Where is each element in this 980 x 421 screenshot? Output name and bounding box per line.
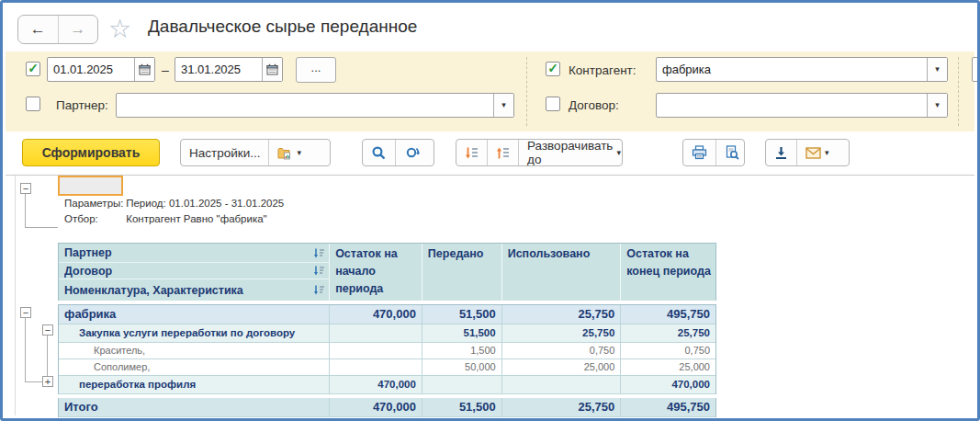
collapse-rows-icon bbox=[496, 146, 510, 160]
calendar-button[interactable] bbox=[134, 58, 154, 81]
dimension-header-nomenclature[interactable]: Номенклатура, Характеристика bbox=[59, 279, 329, 301]
print-preview-button[interactable] bbox=[715, 140, 745, 165]
row-value-cell[interactable]: 25,750 bbox=[620, 324, 715, 343]
period-more-button[interactable]: ... bbox=[296, 57, 336, 83]
forward-button[interactable]: → bbox=[58, 16, 98, 43]
row-value-cell[interactable]: 470,000 bbox=[329, 305, 422, 324]
tree-expander-header[interactable]: − bbox=[20, 183, 31, 194]
dimension-header-column: Партнер Договор Номенклатура, Характерис… bbox=[59, 244, 329, 301]
export-group: ▾ bbox=[765, 139, 850, 166]
row-value-cell[interactable]: 51,500 bbox=[422, 324, 501, 343]
row-value-cell[interactable]: 495,750 bbox=[620, 305, 715, 324]
tree-line bbox=[25, 318, 26, 381]
row-name-cell[interactable]: фабрика bbox=[59, 305, 329, 324]
calendar-button[interactable] bbox=[262, 58, 282, 81]
tree-expander-group1[interactable]: − bbox=[20, 307, 31, 318]
search-button[interactable] bbox=[363, 140, 395, 165]
tree-line bbox=[25, 194, 26, 227]
row-value-cell[interactable]: 470,000 bbox=[329, 376, 422, 394]
row-value-cell[interactable]: 495,750 bbox=[620, 398, 715, 417]
row-value-cell[interactable]: 0,750 bbox=[501, 343, 621, 359]
report-variants-button[interactable]: ▾ bbox=[268, 140, 310, 165]
row-value-cell[interactable] bbox=[501, 376, 621, 394]
row-value-cell[interactable]: 470,000 bbox=[329, 398, 422, 417]
row-name-cell[interactable]: Итого bbox=[59, 398, 329, 417]
clipped-field-stub bbox=[972, 57, 980, 82]
row-name-cell[interactable]: Сополимер, bbox=[59, 359, 329, 376]
row-value-cell[interactable] bbox=[329, 343, 422, 359]
expand-all-button[interactable] bbox=[456, 140, 487, 165]
row-value-cell[interactable]: 470,000 bbox=[620, 376, 715, 394]
row-value-cell[interactable]: 51,500 bbox=[422, 305, 501, 324]
back-button[interactable]: ← bbox=[18, 16, 58, 43]
table-row: переработка профиля470,000470,000 bbox=[59, 376, 715, 394]
row-value-cell[interactable]: 25,000 bbox=[620, 359, 715, 376]
selected-cell[interactable] bbox=[58, 176, 123, 196]
row-name-cell[interactable]: Краситель, bbox=[59, 343, 329, 359]
calendar-icon bbox=[266, 63, 278, 75]
row-value-cell[interactable] bbox=[422, 376, 501, 394]
period-from-value[interactable]: 01.01.2025 bbox=[48, 58, 134, 81]
preview-icon bbox=[725, 145, 739, 160]
row-value-cell[interactable]: 51,500 bbox=[422, 398, 501, 417]
settings-button[interactable]: Настройки... bbox=[181, 140, 268, 165]
report-area: − − − + Параметры: Период: 01.01.2025 - … bbox=[6, 175, 974, 415]
generate-button[interactable]: Сформировать bbox=[22, 139, 160, 166]
save-button[interactable] bbox=[766, 140, 796, 165]
row-value-cell[interactable]: 0,750 bbox=[620, 343, 715, 359]
column-header-transferred[interactable]: Передано bbox=[422, 244, 501, 301]
chevron-down-icon: ▾ bbox=[616, 149, 621, 157]
column-header-closing-balance[interactable]: Остаток на конец периода bbox=[620, 244, 715, 301]
row-value-cell[interactable]: 25,750 bbox=[501, 398, 621, 417]
period-from-field[interactable]: 01.01.2025 bbox=[47, 57, 155, 82]
dimension-header-partner[interactable]: Партнер bbox=[59, 244, 329, 263]
date-range-dash: – bbox=[162, 63, 169, 77]
partner-value[interactable] bbox=[117, 94, 493, 117]
table-row: Краситель,1,5000,7500,750 bbox=[59, 343, 715, 359]
sort-icon[interactable] bbox=[313, 247, 325, 259]
dropdown-button[interactable]: ▾ bbox=[927, 58, 947, 81]
sort-icon[interactable] bbox=[313, 265, 325, 277]
table-body: фабрика470,00051,50025,750495,750Закупка… bbox=[58, 304, 716, 417]
counterparty-value[interactable]: фабрика bbox=[657, 58, 927, 81]
contract-checkbox[interactable] bbox=[546, 97, 560, 111]
period-to-field[interactable]: 31.01.2025 bbox=[175, 57, 283, 82]
dropdown-button[interactable]: ▾ bbox=[493, 94, 513, 117]
contract-combo[interactable]: ▾ bbox=[656, 93, 948, 118]
favorite-star-icon[interactable]: ☆ bbox=[108, 14, 131, 44]
counterparty-checkbox[interactable]: ✓ bbox=[546, 62, 560, 76]
period-to-value[interactable]: 31.01.2025 bbox=[175, 58, 262, 81]
counterparty-combo[interactable]: фабрика ▾ bbox=[656, 57, 948, 82]
tree-expander-group2[interactable]: − bbox=[42, 324, 53, 336]
column-header-used[interactable]: Использовано bbox=[501, 244, 621, 301]
search-next-button[interactable] bbox=[395, 140, 430, 165]
counterparty-label: Контрагент: bbox=[569, 63, 636, 77]
chevron-down-icon: ▾ bbox=[825, 149, 829, 157]
row-value-cell[interactable]: 25,000 bbox=[501, 359, 621, 376]
dimension-header-contract[interactable]: Договор bbox=[59, 263, 329, 279]
row-value-cell[interactable] bbox=[329, 359, 422, 376]
row-value-cell[interactable]: 1,500 bbox=[422, 343, 501, 359]
partner-combo[interactable]: ▾ bbox=[116, 93, 514, 118]
print-group bbox=[682, 139, 745, 166]
row-value-cell[interactable]: 50,000 bbox=[422, 359, 501, 376]
search-icon bbox=[371, 145, 387, 161]
expand-to-button[interactable]: Разворачивать до ▾ bbox=[518, 140, 623, 165]
sort-icon[interactable] bbox=[313, 284, 325, 296]
settings-label: Настройки... bbox=[189, 146, 260, 160]
contract-value[interactable] bbox=[657, 94, 927, 117]
collapse-all-button[interactable] bbox=[487, 140, 518, 165]
print-button[interactable] bbox=[683, 140, 715, 165]
selection-label: Отбор: bbox=[64, 213, 123, 224]
row-value-cell[interactable]: 25,750 bbox=[501, 324, 621, 343]
period-checkbox[interactable]: ✓ bbox=[26, 62, 40, 76]
send-email-button[interactable]: ▾ bbox=[796, 140, 838, 165]
tree-expander-group3[interactable]: + bbox=[42, 376, 53, 387]
row-value-cell[interactable] bbox=[329, 324, 422, 343]
dropdown-button[interactable]: ▾ bbox=[927, 94, 947, 117]
partner-checkbox[interactable] bbox=[26, 97, 40, 111]
row-name-cell[interactable]: переработка профиля bbox=[59, 376, 329, 394]
column-header-opening-balance[interactable]: Остаток на начало периода bbox=[329, 244, 422, 301]
row-name-cell[interactable]: Закупка услуги переработки по договору bbox=[59, 324, 329, 343]
row-value-cell[interactable]: 25,750 bbox=[501, 305, 621, 324]
